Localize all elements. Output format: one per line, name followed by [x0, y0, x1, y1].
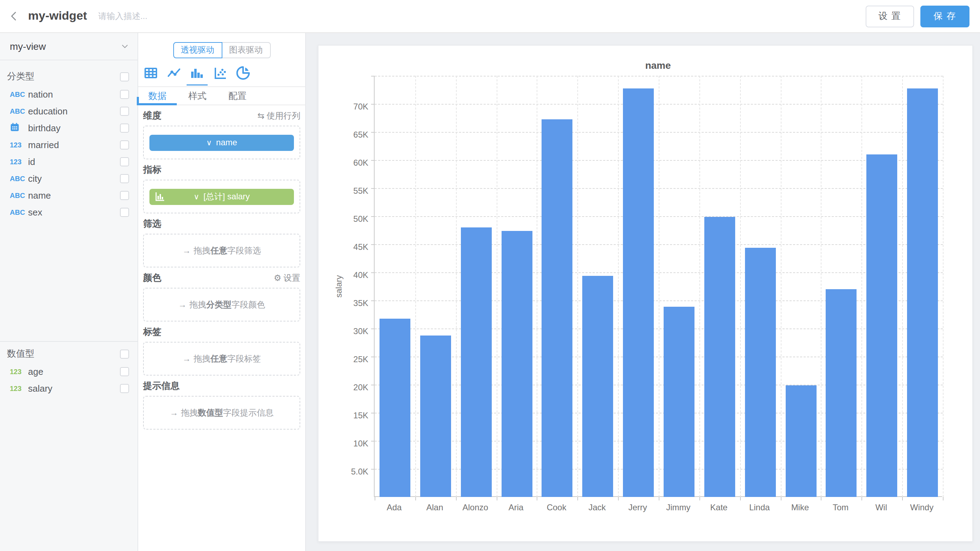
field-checkbox[interactable]: [120, 106, 129, 115]
bar-Linda[interactable]: [745, 248, 775, 497]
plot-area: [374, 76, 942, 497]
mode-chart-driven[interactable]: 图表驱动: [222, 42, 270, 58]
chart-type-bar-icon[interactable]: [190, 66, 204, 80]
filter-section: 筛选 →拖拽任意字段筛选: [143, 218, 300, 268]
bar-Cook[interactable]: [542, 119, 573, 497]
config-panel: 透视驱动 图表驱动: [138, 33, 306, 551]
field-checkbox[interactable]: [120, 174, 129, 183]
tooltip-section: 提示信息 →拖拽数值型字段提示信息: [143, 380, 300, 430]
field-type-123-icon: 123: [10, 384, 28, 392]
y-tick-label: 25K: [326, 355, 368, 364]
tooltip-dropzone[interactable]: →拖拽数值型字段提示信息: [143, 396, 300, 430]
field-type-123-icon: 123: [10, 158, 28, 165]
field-checkbox[interactable]: [120, 123, 129, 132]
field-type-abc-icon: ABC: [10, 90, 28, 98]
field-item-sex[interactable]: ABCsex: [0, 204, 137, 220]
metric-chip-salary[interactable]: ∨ [总计] salary: [150, 188, 294, 205]
field-item-married[interactable]: 123married: [0, 136, 137, 153]
x-tick-label: Alan: [415, 503, 455, 513]
field-type-abc-icon: ABC: [10, 191, 28, 199]
label-section: 标签 →拖拽任意字段标签: [143, 326, 300, 376]
x-tick-label: Ada: [374, 503, 415, 513]
y-tick: [371, 216, 375, 217]
x-tick: [456, 497, 456, 500]
group-header: 数值型: [0, 345, 137, 363]
metric-dropzone[interactable]: ∨ [总计] salary: [143, 180, 300, 213]
field-checkbox[interactable]: [120, 384, 129, 393]
field-item-birthday[interactable]: birthday: [0, 119, 137, 136]
save-button[interactable]: 保 存: [920, 5, 969, 27]
color-settings-link[interactable]: ⚙设置: [274, 272, 300, 284]
tab-config[interactable]: 配置: [218, 87, 257, 105]
bar-Jack[interactable]: [582, 276, 613, 497]
bar-Alan[interactable]: [420, 336, 451, 497]
field-item-education[interactable]: ABCeducation: [0, 102, 137, 119]
field-item-nation[interactable]: ABCnation: [0, 86, 137, 102]
field-item-age[interactable]: 123age: [0, 363, 137, 380]
bar-Kate[interactable]: [704, 217, 735, 497]
y-tick-label: 10K: [326, 439, 368, 449]
tab-data[interactable]: 数据: [138, 87, 177, 105]
bar-Mike[interactable]: [785, 385, 816, 497]
bar-Tom[interactable]: [826, 289, 857, 497]
field-checkbox[interactable]: [120, 207, 129, 217]
bar-Ada[interactable]: [380, 319, 410, 497]
field-item-name[interactable]: ABCname: [0, 187, 137, 204]
label-dropzone[interactable]: →拖拽任意字段标签: [143, 342, 300, 376]
label-label: 标签: [143, 326, 300, 338]
chart-type-pie-icon[interactable]: [236, 66, 250, 80]
y-tick: [371, 385, 375, 385]
field-item-salary[interactable]: 123salary: [0, 380, 137, 397]
dimension-chip-name[interactable]: ∨ name: [150, 134, 294, 151]
gridline-v: [578, 76, 578, 497]
y-tick: [371, 328, 375, 329]
view-select-value: my-view: [10, 41, 121, 52]
chart-type-scatter-icon[interactable]: [213, 66, 227, 80]
page-title: my-widget: [28, 9, 87, 23]
gridline-v: [456, 76, 456, 497]
field-name: sex: [28, 207, 120, 217]
field-checkbox[interactable]: [120, 140, 129, 149]
field-item-id[interactable]: 123id: [0, 153, 137, 170]
dropzone-hint: →拖拽分类型字段颜色: [178, 299, 265, 311]
filter-dropzone[interactable]: →拖拽任意字段筛选: [143, 234, 300, 268]
y-tick: [371, 76, 375, 76]
settings-button[interactable]: 设 置: [865, 5, 914, 27]
bar-Jimmy[interactable]: [663, 307, 695, 497]
field-item-city[interactable]: ABCcity: [0, 170, 137, 187]
chart-type-line-icon[interactable]: [167, 66, 181, 80]
tab-style[interactable]: 样式: [178, 87, 217, 105]
field-checkbox[interactable]: [120, 367, 129, 376]
y-tick: [371, 469, 375, 470]
bar-Aria[interactable]: [501, 231, 532, 497]
field-name: city: [28, 173, 120, 183]
x-tick: [699, 497, 700, 500]
mode-pivot-driven[interactable]: 透视驱动: [173, 42, 222, 58]
y-tick: [371, 104, 375, 105]
group-checkbox[interactable]: [120, 349, 129, 358]
bar-Wil[interactable]: [866, 154, 897, 497]
field-checkbox[interactable]: [120, 157, 129, 166]
description-input[interactable]: [98, 11, 210, 21]
bar-Alonzo[interactable]: [461, 228, 492, 497]
bar-Windy[interactable]: [907, 88, 938, 497]
group-label: 数值型: [7, 347, 120, 360]
dropzone-hint: →拖拽任意字段标签: [182, 353, 261, 365]
use-row-column-link[interactable]: ⇆使用行列: [258, 110, 300, 122]
y-tick-label: 40K: [326, 270, 368, 280]
dimension-dropzone[interactable]: ∨ name: [143, 126, 300, 159]
gridline-v: [659, 76, 659, 497]
gridline-v: [740, 76, 740, 497]
field-sidebar: my-view 分类型 ABCnationABCeducationbirthda…: [0, 33, 138, 551]
back-button[interactable]: [0, 0, 28, 33]
bar-Jerry[interactable]: [623, 88, 654, 497]
chevron-down-icon: [121, 42, 129, 51]
color-dropzone[interactable]: →拖拽分类型字段颜色: [143, 288, 300, 322]
group-checkbox[interactable]: [120, 72, 129, 81]
field-name: education: [28, 106, 120, 116]
field-checkbox[interactable]: [120, 89, 129, 99]
panel-resize-handle[interactable]: [137, 97, 139, 105]
view-select[interactable]: my-view: [0, 33, 137, 61]
field-checkbox[interactable]: [120, 191, 129, 200]
chart-type-table-icon[interactable]: [144, 66, 158, 80]
